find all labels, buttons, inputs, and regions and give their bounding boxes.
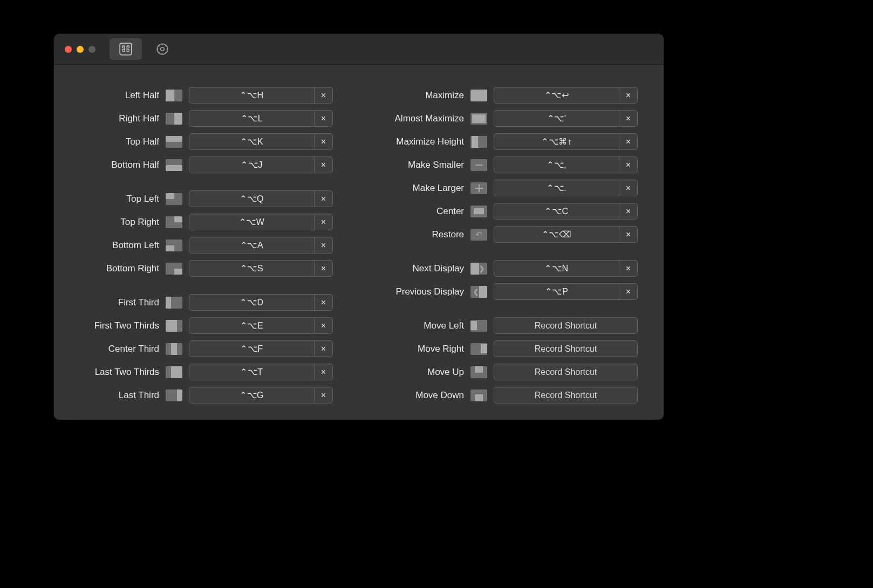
row-last-third: Last Third⌃⌥G× <box>65 386 348 404</box>
row-center-third: Center Third⌃⌥F× <box>65 340 348 358</box>
position-icon-top-left <box>166 193 182 205</box>
tab-settings[interactable] <box>146 38 179 60</box>
clear-shortcut-button[interactable]: × <box>314 87 332 103</box>
group: Move LeftRecord ShortcutMove RightRecord… <box>370 317 653 404</box>
position-icon-center <box>470 206 487 217</box>
row-make-smaller: Make Smaller⌃⌥,× <box>370 156 653 174</box>
shortcut-text: ⌃⌥⌫ <box>494 229 619 240</box>
shortcut-text: ⌃⌥D <box>189 297 314 307</box>
close-button[interactable] <box>65 46 72 53</box>
label-last-third: Last Third <box>65 390 159 401</box>
shortcut-field-center-third[interactable]: ⌃⌥F× <box>189 340 333 357</box>
shortcut-field-right-half[interactable]: ⌃⌥L× <box>189 110 333 127</box>
record-shortcut-button-move-left[interactable]: Record Shortcut <box>494 317 638 334</box>
position-icon-prev-display <box>470 286 487 298</box>
row-top-half: Top Half⌃⌥K× <box>65 133 348 151</box>
shortcut-text: ⌃⌥S <box>189 263 314 274</box>
shortcut-field-bottom-half[interactable]: ⌃⌥J× <box>189 156 333 173</box>
tab-shortcuts[interactable] <box>110 38 142 60</box>
shortcut-field-previous-display[interactable]: ⌃⌥P× <box>494 283 638 300</box>
clear-shortcut-button[interactable]: × <box>314 364 332 380</box>
clear-shortcut-button[interactable]: × <box>619 261 637 276</box>
label-bottom-right: Bottom Right <box>65 263 159 274</box>
clear-shortcut-button[interactable]: × <box>314 318 332 333</box>
shortcut-text: ⌃⌥⌘↑ <box>494 136 619 147</box>
clear-shortcut-button[interactable]: × <box>314 191 332 207</box>
position-icon-top-half <box>166 136 182 148</box>
clear-shortcut-button[interactable]: × <box>314 341 332 357</box>
clear-shortcut-button[interactable]: × <box>619 87 637 103</box>
position-icon-right-half <box>166 113 182 125</box>
shortcut-text: ⌃⌥N <box>494 263 619 274</box>
clear-shortcut-button[interactable]: × <box>314 111 332 126</box>
clear-shortcut-button[interactable]: × <box>619 180 637 196</box>
clear-shortcut-button[interactable]: × <box>314 237 332 253</box>
label-top-half: Top Half <box>65 136 159 147</box>
group: First Third⌃⌥D×First Two Thirds⌃⌥E×Cente… <box>65 293 348 404</box>
right-column: Maximize⌃⌥↩×Almost Maximize⌃⌥'×Maximize … <box>370 86 653 404</box>
shortcut-field-last-two-thirds[interactable]: ⌃⌥T× <box>189 364 333 380</box>
shortcut-field-next-display[interactable]: ⌃⌥N× <box>494 260 638 277</box>
shortcut-field-almost-maximize[interactable]: ⌃⌥'× <box>494 110 638 127</box>
svg-rect-0 <box>120 43 132 55</box>
minimize-button[interactable] <box>77 46 84 53</box>
content: Left Half⌃⌥H×Right Half⌃⌥L×Top Half⌃⌥K×B… <box>54 65 664 415</box>
position-icon-move-up <box>470 366 487 378</box>
label-make-smaller: Make Smaller <box>370 160 464 170</box>
shortcut-field-first-two-thirds[interactable]: ⌃⌥E× <box>189 317 333 334</box>
shortcut-field-bottom-right[interactable]: ⌃⌥S× <box>189 260 333 277</box>
shortcut-field-make-larger[interactable]: ⌃⌥.× <box>494 180 638 196</box>
clear-shortcut-button[interactable]: × <box>314 295 332 310</box>
shortcut-field-restore[interactable]: ⌃⌥⌫× <box>494 226 638 243</box>
row-bottom-left: Bottom Left⌃⌥A× <box>65 236 348 254</box>
clear-shortcut-button[interactable]: × <box>619 284 637 299</box>
position-icon-last-two-thirds <box>166 366 182 378</box>
row-left-half: Left Half⌃⌥H× <box>65 86 348 104</box>
clear-shortcut-button[interactable]: × <box>314 214 332 230</box>
label-next-display: Next Display <box>370 263 464 274</box>
shortcut-text: ⌃⌥G <box>189 390 314 400</box>
row-maximize-height: Maximize Height⌃⌥⌘↑× <box>370 133 653 151</box>
shortcut-field-center[interactable]: ⌃⌥C× <box>494 203 638 220</box>
clear-shortcut-button[interactable]: × <box>314 387 332 403</box>
preferences-window: Left Half⌃⌥H×Right Half⌃⌥L×Top Half⌃⌥K×B… <box>54 34 664 420</box>
label-move-right: Move Right <box>370 344 464 354</box>
label-move-down: Move Down <box>370 390 464 401</box>
clear-shortcut-button[interactable]: × <box>619 203 637 219</box>
clear-shortcut-button[interactable]: × <box>314 134 332 149</box>
shortcut-field-bottom-left[interactable]: ⌃⌥A× <box>189 237 333 254</box>
shortcut-text: ⌃⌥, <box>494 160 619 170</box>
shortcut-field-top-half[interactable]: ⌃⌥K× <box>189 133 333 150</box>
label-move-up: Move Up <box>370 367 464 378</box>
row-previous-display: Previous Display⌃⌥P× <box>370 283 653 300</box>
clear-shortcut-button[interactable]: × <box>314 157 332 173</box>
shortcut-field-top-right[interactable]: ⌃⌥W× <box>189 214 333 230</box>
shortcut-text: ⌃⌥F <box>189 344 314 354</box>
clear-shortcut-button[interactable]: × <box>619 134 637 149</box>
record-shortcut-button-move-right[interactable]: Record Shortcut <box>494 340 638 357</box>
shortcut-field-maximize[interactable]: ⌃⌥↩× <box>494 87 638 104</box>
clear-shortcut-button[interactable]: × <box>619 111 637 126</box>
shortcut-field-first-third[interactable]: ⌃⌥D× <box>189 294 333 311</box>
titlebar <box>54 34 664 65</box>
clear-shortcut-button[interactable]: × <box>314 261 332 276</box>
clear-shortcut-button[interactable]: × <box>619 157 637 173</box>
shortcut-text: ⌃⌥P <box>494 286 619 297</box>
clear-shortcut-button[interactable]: × <box>619 227 637 242</box>
row-top-left: Top Left⌃⌥Q× <box>65 190 348 208</box>
group: Maximize⌃⌥↩×Almost Maximize⌃⌥'×Maximize … <box>370 86 653 243</box>
group: Next Display⌃⌥N×Previous Display⌃⌥P× <box>370 259 653 300</box>
shortcut-field-top-left[interactable]: ⌃⌥Q× <box>189 190 333 207</box>
row-move-up: Move UpRecord Shortcut <box>370 363 653 381</box>
shortcut-field-maximize-height[interactable]: ⌃⌥⌘↑× <box>494 133 638 150</box>
shortcut-text: ⌃⌥H <box>189 90 314 100</box>
position-icon-bottom-left <box>166 240 182 251</box>
record-shortcut-button-move-down[interactable]: Record Shortcut <box>494 387 638 404</box>
record-shortcut-button-move-up[interactable]: Record Shortcut <box>494 364 638 380</box>
shortcut-field-make-smaller[interactable]: ⌃⌥,× <box>494 156 638 173</box>
zoom-button[interactable] <box>88 46 96 53</box>
label-make-larger: Make Larger <box>370 183 464 194</box>
shortcut-field-last-third[interactable]: ⌃⌥G× <box>189 387 333 404</box>
shortcut-field-left-half[interactable]: ⌃⌥H× <box>189 87 333 104</box>
shortcut-text: ⌃⌥A <box>189 240 314 250</box>
